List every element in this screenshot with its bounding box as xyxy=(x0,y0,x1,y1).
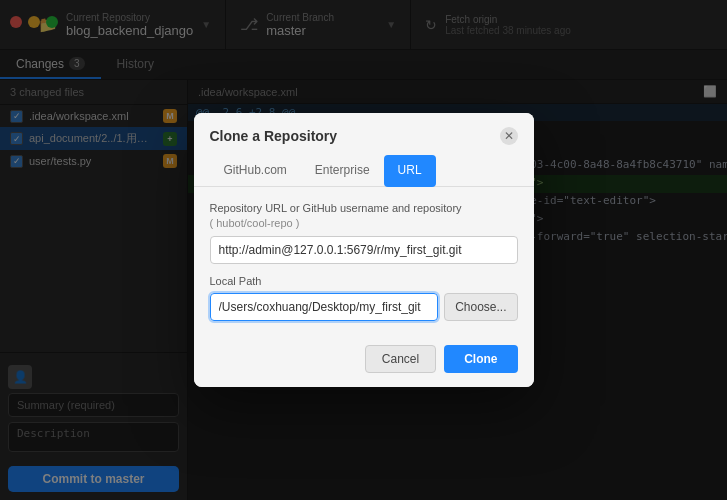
modal-tab-enterprise[interactable]: Enterprise xyxy=(301,155,384,187)
modal-close-button[interactable]: ✕ xyxy=(500,127,518,145)
local-path-input[interactable] xyxy=(210,293,439,321)
repo-url-label-text: Repository URL or GitHub username and re… xyxy=(210,202,462,214)
clone-modal: Clone a Repository ✕ GitHub.com Enterpri… xyxy=(194,113,534,387)
cancel-button[interactable]: Cancel xyxy=(365,345,436,373)
local-path-label-text: Local Path xyxy=(210,275,262,287)
modal-tabs: GitHub.com Enterprise URL xyxy=(194,155,534,187)
modal-footer: Cancel Clone xyxy=(194,335,534,387)
local-path-row: Choose... xyxy=(210,293,518,321)
modal-tab-url[interactable]: URL xyxy=(384,155,436,187)
modal-body: Repository URL or GitHub username and re… xyxy=(194,187,534,335)
modal-overlay[interactable]: Clone a Repository ✕ GitHub.com Enterpri… xyxy=(0,0,727,500)
enterprise-tab-label: Enterprise xyxy=(315,163,370,177)
repo-url-input[interactable] xyxy=(210,236,518,264)
choose-button[interactable]: Choose... xyxy=(444,293,517,321)
github-tab-label: GitHub.com xyxy=(224,163,287,177)
url-tab-label: URL xyxy=(398,163,422,177)
modal-header: Clone a Repository ✕ xyxy=(194,113,534,155)
repo-url-label: Repository URL or GitHub username and re… xyxy=(210,201,518,232)
local-path-label: Local Path xyxy=(210,274,518,289)
repo-url-hint: ( hubot/cool-repo ) xyxy=(210,217,300,229)
modal-title: Clone a Repository xyxy=(210,128,338,144)
modal-tab-github[interactable]: GitHub.com xyxy=(210,155,301,187)
clone-button[interactable]: Clone xyxy=(444,345,517,373)
